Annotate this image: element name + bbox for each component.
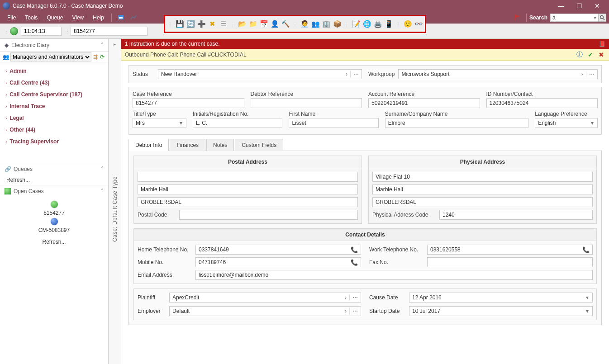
ellipsis-icon[interactable]: ⋯ <box>586 71 595 77</box>
fax-input[interactable] <box>427 257 593 267</box>
cause-date-picker[interactable]: 12 Apr 2016▾ <box>409 293 593 303</box>
tab-notes[interactable]: Notes <box>206 139 234 151</box>
case-number-input[interactable] <box>71 27 147 36</box>
work-phone-input[interactable]: 0331620558📞 <box>427 245 593 255</box>
title-select[interactable]: Mrs▾ <box>133 118 186 128</box>
workgroup-picker[interactable]: Microworks Support › ⋯ <box>398 69 598 79</box>
queues-refresh[interactable]: Refresh... <box>0 175 108 185</box>
glasses-icon[interactable]: 👓 <box>414 19 423 28</box>
print-icon[interactable]: 🖨️ <box>373 19 382 28</box>
phone-icon[interactable]: 📞 <box>351 246 358 253</box>
save-icon[interactable]: 💾 <box>175 19 184 28</box>
physical-code-input[interactable]: 1240 <box>439 210 593 220</box>
open-cases-refresh[interactable]: Refresh... <box>0 237 108 247</box>
agent-icon[interactable]: 🧑‍💼 <box>300 19 309 28</box>
sidebar-item-internal-trace[interactable]: ›Internal Trace <box>2 100 106 112</box>
people-icon[interactable]: 👥 <box>311 19 320 28</box>
postal-line3-input[interactable]: GROBLERSDAL <box>138 197 358 207</box>
open-case-item[interactable]: CM-5083897 <box>38 227 70 233</box>
phone-icon[interactable]: 📞 <box>582 246 590 253</box>
chevron-up-icon[interactable]: ˄ <box>101 188 104 194</box>
sidebar-item-call-centre[interactable]: ›Call Centre (43) <box>2 77 106 89</box>
tab-custom-fields[interactable]: Custom Fields <box>235 139 283 151</box>
surname-input[interactable]: Elmore <box>385 118 528 128</box>
tab-debtor-info[interactable]: Debtor Info <box>128 139 169 151</box>
menu-help[interactable]: Help <box>88 13 109 22</box>
sidebar-item-legal[interactable]: ›Legal <box>2 112 106 124</box>
person-icon[interactable]: 👤 <box>270 19 279 28</box>
note-add-icon[interactable]: 📝 <box>352 19 361 28</box>
sidebar-item-other[interactable]: ›Other (44) <box>2 124 106 136</box>
sidebar-item-admin[interactable]: ›Admin <box>2 65 106 77</box>
menu-queue[interactable]: Queue <box>42 13 67 22</box>
electronic-diary-header[interactable]: ◆ Electronic Diary ˄ <box>0 39 108 52</box>
menu-view[interactable]: View <box>67 13 88 22</box>
package-icon[interactable]: 📦 <box>333 19 342 28</box>
open-cases-header[interactable]: Open Cases ˄ <box>0 185 108 197</box>
time-input[interactable] <box>21 27 62 36</box>
globe-icon[interactable]: 🌐 <box>362 19 371 28</box>
search-button[interactable] <box>598 14 606 22</box>
home-phone-input[interactable]: 0337841649📞 <box>195 245 361 255</box>
tab-finances[interactable]: Finances <box>170 139 205 151</box>
window-close-button[interactable]: ✕ <box>588 0 606 12</box>
menu-file[interactable]: File <box>3 13 20 22</box>
window-list-icon[interactable] <box>117 14 124 21</box>
add-icon[interactable]: ➕ <box>197 19 206 28</box>
postal-line2-input[interactable]: Marble Hall <box>138 184 358 194</box>
physical-line2-input[interactable]: Marble Hall <box>372 184 593 194</box>
user-info-icon[interactable]: 🙂 <box>403 19 412 28</box>
phone-icon[interactable]: 📱 <box>384 19 393 28</box>
info-icon[interactable]: ⓘ <box>576 51 584 59</box>
physical-line3-input[interactable]: GROBLERSDAL <box>372 197 593 207</box>
list-icon[interactable]: ☰ <box>219 19 228 28</box>
folder-icon[interactable]: 📁 <box>248 19 257 28</box>
cancel-icon[interactable]: ✖ <box>208 19 217 28</box>
refresh-icon[interactable]: 🔄 <box>186 19 195 28</box>
chevron-up-icon[interactable]: ˄ <box>101 166 104 172</box>
lang-select[interactable]: English▾ <box>535 118 598 128</box>
initials-input[interactable]: L. C. <box>193 118 282 128</box>
folder-open-icon[interactable]: 📂 <box>238 19 247 28</box>
mobile-input[interactable]: 047189746📞 <box>195 257 361 267</box>
debtor-ref-input[interactable] <box>251 98 362 108</box>
postal-code-input[interactable] <box>179 210 358 220</box>
sidebar-item-tracing-supervisor[interactable]: ›Tracing Supervisor <box>2 136 106 147</box>
accept-icon[interactable]: ✔ <box>586 51 595 59</box>
window-minimize-button[interactable]: — <box>552 0 570 12</box>
postal-line1-input[interactable] <box>138 172 358 182</box>
open-case-item[interactable]: 8154277 <box>43 210 65 216</box>
chevron-up-icon[interactable]: ˄ <box>101 42 104 48</box>
window-maximize-button[interactable]: ☐ <box>570 0 588 12</box>
ellipsis-icon[interactable]: ⋯ <box>350 71 359 77</box>
phone-icon[interactable]: 📞 <box>351 259 358 266</box>
gavel-icon[interactable]: 🔨 <box>281 19 290 28</box>
sidebar-item-call-centre-supervisor[interactable]: ›Call Centre Supervisor (187) <box>2 89 106 100</box>
alert-flag-icon[interactable]: 📕 <box>599 41 605 47</box>
startup-date-picker[interactable]: 10 Jul 2017▾ <box>409 306 593 316</box>
email-input[interactable]: lisset.elmore@mailbox.demo <box>195 270 593 280</box>
case-type-strip[interactable]: ▸ Case: Default Case Type <box>109 39 121 364</box>
tree-icon[interactable]: ⇶ <box>92 53 99 61</box>
chart-icon[interactable] <box>130 14 137 21</box>
idnum-input[interactable]: 1203046375024 <box>486 98 598 108</box>
physical-line1-input[interactable]: Village Flat 10 <box>372 172 593 182</box>
first-name-input[interactable]: Lisset <box>289 118 378 128</box>
plaintiff-picker[interactable]: ApexCredit›⋯ <box>169 293 361 303</box>
ellipsis-icon[interactable]: ⋯ <box>349 294 358 301</box>
case-ref-input[interactable]: 8154277 <box>133 98 244 108</box>
building-icon[interactable]: 🏢 <box>322 19 331 28</box>
search-input[interactable] <box>550 14 600 22</box>
employer-picker[interactable]: Default›⋯ <box>169 306 361 316</box>
menu-tools[interactable]: Tools <box>20 13 42 22</box>
ellipsis-icon[interactable]: ⋯ <box>349 308 358 314</box>
play-button[interactable] <box>10 27 18 35</box>
calendar-icon[interactable]: 📅 <box>259 19 268 28</box>
refresh-small-icon[interactable]: ⟳ <box>100 53 106 61</box>
account-ref-input[interactable]: 509204219491 <box>368 98 480 108</box>
queues-header[interactable]: 🔗 Queues ˄ <box>0 163 108 175</box>
reject-icon[interactable]: ✖ <box>597 51 605 59</box>
chevron-right-icon[interactable]: ▸ <box>114 42 116 47</box>
status-picker[interactable]: New Handover › ⋯ <box>158 69 362 79</box>
flag-icon[interactable] <box>514 14 521 21</box>
